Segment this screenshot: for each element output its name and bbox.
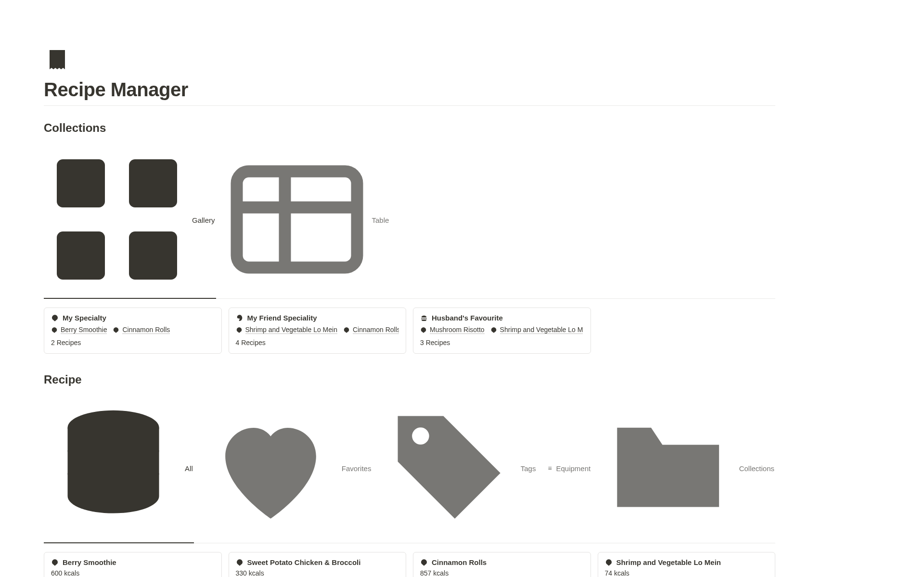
recipe-kcal: 330 kcals — [236, 569, 399, 577]
recipe-kcal: 857 kcals — [420, 569, 584, 577]
collections-heading: Collections — [44, 121, 775, 135]
collection-title: My Specialty — [63, 314, 106, 322]
recipe-title: Shrimp and Vegetable Lo Mein — [616, 558, 721, 566]
food-icon — [51, 559, 59, 566]
tab-label: Equipment — [556, 464, 590, 473]
recipe-card[interactable]: Cinnamon Rolls857 kcalsDairy-freeHigh pr… — [413, 552, 591, 577]
food-icon — [420, 559, 428, 566]
chip-label: Cinnamon Rolls — [122, 326, 170, 334]
collection-card[interactable]: Husband's FavouriteMushroom RisottoShrim… — [413, 308, 591, 354]
collection-title: My Friend Speciality — [247, 314, 317, 322]
recipe-grid: Berry Smoothie600 kcalsHigh proteinVegan… — [44, 552, 775, 577]
food-icon — [343, 327, 350, 333]
food-icon — [490, 327, 497, 333]
tab-label: All — [185, 464, 193, 473]
recipe-title: Cinnamon Rolls — [432, 558, 487, 566]
collection-sub: 2 Recipes — [51, 339, 215, 346]
chip-label: Shrimp and Vegetable Lo M — [500, 326, 583, 334]
collection-sub: 4 Recipes — [236, 339, 399, 346]
collections-gallery: My SpecialtyBerry SmoothieCinnamon Rolls… — [44, 308, 775, 354]
food-icon — [51, 314, 59, 322]
stack-icon — [45, 399, 182, 538]
food-icon — [236, 559, 244, 566]
chip-label: Cinnamon Rolls — [353, 326, 399, 334]
equipment-icon: ≡ — [545, 465, 553, 472]
gallery-icon — [45, 147, 189, 293]
collection-chip[interactable]: Mushroom Risotto — [420, 326, 485, 334]
recipe-kcal: 74 kcals — [605, 569, 769, 577]
food-icon — [51, 327, 58, 333]
collections-tab-table[interactable]: Table — [224, 144, 390, 299]
burger-icon — [420, 314, 428, 322]
collection-chip[interactable]: Shrimp and Vegetable Lo Mein — [236, 326, 337, 334]
collections-tab-gallery[interactable]: Gallery — [44, 144, 216, 299]
tab-label: Tags — [521, 464, 536, 473]
food-icon — [236, 327, 243, 333]
tab-label: Table — [372, 216, 389, 224]
food-icon — [605, 559, 613, 566]
recipe-heading: Recipe — [44, 373, 775, 386]
recipe-tab-collections[interactable]: Collections — [599, 397, 775, 542]
recipe-card[interactable]: Berry Smoothie600 kcalsHigh proteinVegan — [44, 552, 222, 577]
recipe-tabs: AllFavoritesTags≡EquipmentCollections — [44, 396, 775, 543]
tab-label: Collections — [739, 464, 774, 473]
tab-label: Gallery — [192, 216, 215, 224]
tag-icon — [381, 399, 517, 537]
recipe-tab-all[interactable]: All — [44, 396, 194, 543]
collection-chip[interactable]: Shrimp and Vegetable Lo M — [490, 326, 583, 334]
chip-label: Mushroom Risotto — [430, 326, 485, 334]
table-icon — [225, 147, 369, 293]
folder-icon — [600, 399, 736, 537]
chip-label: Berry Smoothie — [61, 326, 107, 334]
recipe-tab-equipment[interactable]: ≡Equipment — [544, 462, 591, 478]
paint-icon — [236, 314, 244, 322]
recipe-title: Berry Smoothie — [63, 558, 116, 566]
collection-chip[interactable]: Cinnamon Rolls — [113, 326, 170, 334]
collection-card[interactable]: My SpecialtyBerry SmoothieCinnamon Rolls… — [44, 308, 222, 354]
collection-chip[interactable]: Cinnamon Rolls — [343, 326, 399, 334]
collection-chip[interactable]: Berry Smoothie — [51, 326, 107, 334]
collection-card[interactable]: My Friend SpecialityShrimp and Vegetable… — [229, 308, 407, 354]
collections-tabs: GalleryTable — [44, 144, 775, 299]
food-icon — [113, 327, 119, 333]
recipe-tab-tags[interactable]: Tags — [380, 396, 537, 543]
recipe-card[interactable]: Shrimp and Vegetable Lo Mein74 kcalsJapa… — [598, 552, 776, 577]
recipe-card[interactable]: Sweet Potato Chicken & Broccoli330 kcals… — [229, 552, 407, 577]
tab-label: Favorites — [342, 464, 372, 473]
page-title: Recipe Manager — [44, 79, 775, 101]
recipe-title: Sweet Potato Chicken & Broccoli — [247, 558, 361, 566]
food-icon — [420, 327, 427, 333]
collection-sub: 3 Recipes — [420, 339, 584, 346]
chip-label: Shrimp and Vegetable Lo Mein — [245, 326, 337, 334]
heart-icon — [203, 399, 339, 537]
page-receipt-icon — [44, 46, 71, 73]
collection-title: Husband's Favourite — [432, 314, 503, 322]
recipe-kcal: 600 kcals — [51, 569, 215, 577]
divider — [44, 105, 775, 106]
recipe-tab-favorites[interactable]: Favorites — [202, 397, 372, 543]
